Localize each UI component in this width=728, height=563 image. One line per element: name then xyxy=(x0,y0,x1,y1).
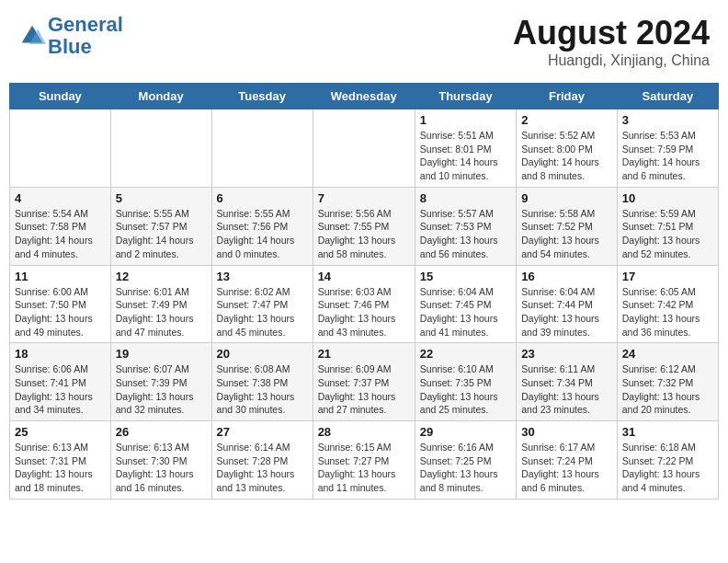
calendar-cell: 20Sunrise: 6:08 AM Sunset: 7:38 PM Dayli… xyxy=(211,343,313,421)
calendar-header: SundayMondayTuesdayWednesdayThursdayFrid… xyxy=(10,84,719,109)
day-info: Sunrise: 6:12 AM Sunset: 7:32 PM Dayligh… xyxy=(622,362,713,417)
day-number: 26 xyxy=(116,425,207,439)
day-info: Sunrise: 6:01 AM Sunset: 7:49 PM Dayligh… xyxy=(116,285,207,339)
calendar-cell: 16Sunrise: 6:04 AM Sunset: 7:44 PM Dayli… xyxy=(517,265,618,343)
calendar-cell xyxy=(313,109,415,188)
calendar-cell: 19Sunrise: 6:07 AM Sunset: 7:39 PM Dayli… xyxy=(110,343,211,421)
location-subtitle: Huangdi, Xinjiang, China xyxy=(513,52,710,69)
logo-line2: Blue xyxy=(48,35,92,58)
title-section: August 2024 Huangdi, Xinjiang, China xyxy=(513,14,710,69)
day-info: Sunrise: 5:52 AM Sunset: 8:00 PM Dayligh… xyxy=(521,129,612,183)
calendar-cell: 28Sunrise: 6:15 AM Sunset: 7:27 PM Dayli… xyxy=(313,421,415,500)
calendar-cell: 22Sunrise: 6:10 AM Sunset: 7:35 PM Dayli… xyxy=(415,343,516,421)
day-info: Sunrise: 5:55 AM Sunset: 7:57 PM Dayligh… xyxy=(116,207,207,261)
day-number: 25 xyxy=(15,425,106,439)
calendar-cell xyxy=(10,109,111,188)
calendar-cell: 4Sunrise: 5:54 AM Sunset: 7:58 PM Daylig… xyxy=(10,187,111,265)
weekday-header-thursday: Thursday xyxy=(415,84,516,109)
calendar-cell: 7Sunrise: 5:56 AM Sunset: 7:55 PM Daylig… xyxy=(313,187,415,265)
day-number: 9 xyxy=(521,191,612,205)
day-number: 21 xyxy=(318,347,410,361)
day-info: Sunrise: 6:03 AM Sunset: 7:46 PM Dayligh… xyxy=(318,285,410,339)
logo-icon xyxy=(18,22,46,50)
calendar-cell: 2Sunrise: 5:52 AM Sunset: 8:00 PM Daylig… xyxy=(517,109,618,188)
calendar-week-row: 11Sunrise: 6:00 AM Sunset: 7:50 PM Dayli… xyxy=(10,265,719,343)
day-info: Sunrise: 5:55 AM Sunset: 7:56 PM Dayligh… xyxy=(217,207,308,261)
day-number: 7 xyxy=(318,191,410,205)
day-info: Sunrise: 6:11 AM Sunset: 7:34 PM Dayligh… xyxy=(521,362,612,417)
calendar-cell: 25Sunrise: 6:13 AM Sunset: 7:31 PM Dayli… xyxy=(10,421,111,500)
day-number: 2 xyxy=(521,113,612,127)
calendar-cell: 27Sunrise: 6:14 AM Sunset: 7:28 PM Dayli… xyxy=(211,421,313,500)
day-info: Sunrise: 6:05 AM Sunset: 7:42 PM Dayligh… xyxy=(622,285,713,339)
day-number: 10 xyxy=(622,191,713,205)
calendar-cell: 11Sunrise: 6:00 AM Sunset: 7:50 PM Dayli… xyxy=(10,265,111,343)
day-info: Sunrise: 6:18 AM Sunset: 7:22 PM Dayligh… xyxy=(622,441,713,495)
day-number: 4 xyxy=(15,191,106,205)
day-info: Sunrise: 5:57 AM Sunset: 7:53 PM Dayligh… xyxy=(420,207,511,261)
weekday-header-monday: Monday xyxy=(110,84,211,109)
day-info: Sunrise: 5:59 AM Sunset: 7:51 PM Dayligh… xyxy=(622,207,713,261)
day-number: 22 xyxy=(420,347,511,361)
calendar-week-row: 4Sunrise: 5:54 AM Sunset: 7:58 PM Daylig… xyxy=(10,187,719,265)
day-number: 13 xyxy=(217,270,308,283)
day-info: Sunrise: 5:51 AM Sunset: 8:01 PM Dayligh… xyxy=(420,129,511,183)
calendar-cell: 26Sunrise: 6:13 AM Sunset: 7:30 PM Dayli… xyxy=(110,421,211,500)
day-info: Sunrise: 6:10 AM Sunset: 7:35 PM Dayligh… xyxy=(420,362,511,417)
day-info: Sunrise: 6:15 AM Sunset: 7:27 PM Dayligh… xyxy=(318,441,410,495)
calendar-cell: 10Sunrise: 5:59 AM Sunset: 7:51 PM Dayli… xyxy=(617,187,718,265)
calendar-cell: 6Sunrise: 5:55 AM Sunset: 7:56 PM Daylig… xyxy=(211,187,313,265)
day-info: Sunrise: 6:04 AM Sunset: 7:44 PM Dayligh… xyxy=(521,285,612,339)
day-info: Sunrise: 6:17 AM Sunset: 7:24 PM Dayligh… xyxy=(521,441,612,495)
weekday-header-sunday: Sunday xyxy=(10,84,111,109)
page-header: General Blue August 2024 Huangdi, Xinjia… xyxy=(9,9,719,74)
day-info: Sunrise: 5:58 AM Sunset: 7:52 PM Dayligh… xyxy=(521,207,612,261)
day-info: Sunrise: 6:02 AM Sunset: 7:47 PM Dayligh… xyxy=(217,285,308,339)
day-number: 23 xyxy=(521,347,612,361)
weekday-header-saturday: Saturday xyxy=(617,84,718,109)
calendar-cell: 1Sunrise: 5:51 AM Sunset: 8:01 PM Daylig… xyxy=(415,109,516,188)
day-number: 29 xyxy=(420,425,511,439)
calendar-cell: 3Sunrise: 5:53 AM Sunset: 7:59 PM Daylig… xyxy=(617,109,718,188)
day-info: Sunrise: 6:16 AM Sunset: 7:25 PM Dayligh… xyxy=(420,441,511,495)
day-number: 15 xyxy=(420,270,511,283)
day-number: 16 xyxy=(521,270,612,283)
day-number: 17 xyxy=(622,270,713,283)
weekday-header-friday: Friday xyxy=(517,84,618,109)
day-number: 30 xyxy=(521,425,612,439)
day-info: Sunrise: 6:07 AM Sunset: 7:39 PM Dayligh… xyxy=(116,362,207,417)
day-info: Sunrise: 5:54 AM Sunset: 7:58 PM Dayligh… xyxy=(15,207,106,261)
day-number: 28 xyxy=(318,425,410,439)
calendar-cell: 8Sunrise: 5:57 AM Sunset: 7:53 PM Daylig… xyxy=(415,187,516,265)
day-number: 11 xyxy=(15,270,106,283)
weekday-header-wednesday: Wednesday xyxy=(313,84,415,109)
month-title: August 2024 xyxy=(513,14,710,52)
calendar-cell: 31Sunrise: 6:18 AM Sunset: 7:22 PM Dayli… xyxy=(617,421,718,500)
day-number: 8 xyxy=(420,191,511,205)
calendar-table: SundayMondayTuesdayWednesdayThursdayFrid… xyxy=(9,83,719,500)
day-number: 31 xyxy=(622,425,713,439)
calendar-cell: 15Sunrise: 6:04 AM Sunset: 7:45 PM Dayli… xyxy=(415,265,516,343)
calendar-cell: 29Sunrise: 6:16 AM Sunset: 7:25 PM Dayli… xyxy=(415,421,516,500)
weekday-header-tuesday: Tuesday xyxy=(211,84,313,109)
day-number: 27 xyxy=(217,425,308,439)
day-number: 19 xyxy=(116,347,207,361)
day-info: Sunrise: 6:13 AM Sunset: 7:31 PM Dayligh… xyxy=(15,441,106,495)
day-info: Sunrise: 5:56 AM Sunset: 7:55 PM Dayligh… xyxy=(318,207,410,261)
calendar-cell: 24Sunrise: 6:12 AM Sunset: 7:32 PM Dayli… xyxy=(617,343,718,421)
calendar-cell: 12Sunrise: 6:01 AM Sunset: 7:49 PM Dayli… xyxy=(110,265,211,343)
logo: General Blue xyxy=(18,14,123,58)
calendar-cell: 5Sunrise: 5:55 AM Sunset: 7:57 PM Daylig… xyxy=(110,187,211,265)
calendar-cell: 9Sunrise: 5:58 AM Sunset: 7:52 PM Daylig… xyxy=(517,187,618,265)
calendar-week-row: 25Sunrise: 6:13 AM Sunset: 7:31 PM Dayli… xyxy=(10,421,719,500)
weekday-header-row: SundayMondayTuesdayWednesdayThursdayFrid… xyxy=(10,84,719,109)
day-number: 12 xyxy=(116,270,207,283)
day-info: Sunrise: 6:13 AM Sunset: 7:30 PM Dayligh… xyxy=(116,441,207,495)
calendar-cell: 13Sunrise: 6:02 AM Sunset: 7:47 PM Dayli… xyxy=(211,265,313,343)
calendar-cell: 14Sunrise: 6:03 AM Sunset: 7:46 PM Dayli… xyxy=(313,265,415,343)
day-info: Sunrise: 6:00 AM Sunset: 7:50 PM Dayligh… xyxy=(15,285,106,339)
day-info: Sunrise: 5:53 AM Sunset: 7:59 PM Dayligh… xyxy=(622,129,713,183)
calendar-cell xyxy=(110,109,211,188)
calendar-cell: 18Sunrise: 6:06 AM Sunset: 7:41 PM Dayli… xyxy=(10,343,111,421)
logo-line1: General xyxy=(48,13,123,36)
